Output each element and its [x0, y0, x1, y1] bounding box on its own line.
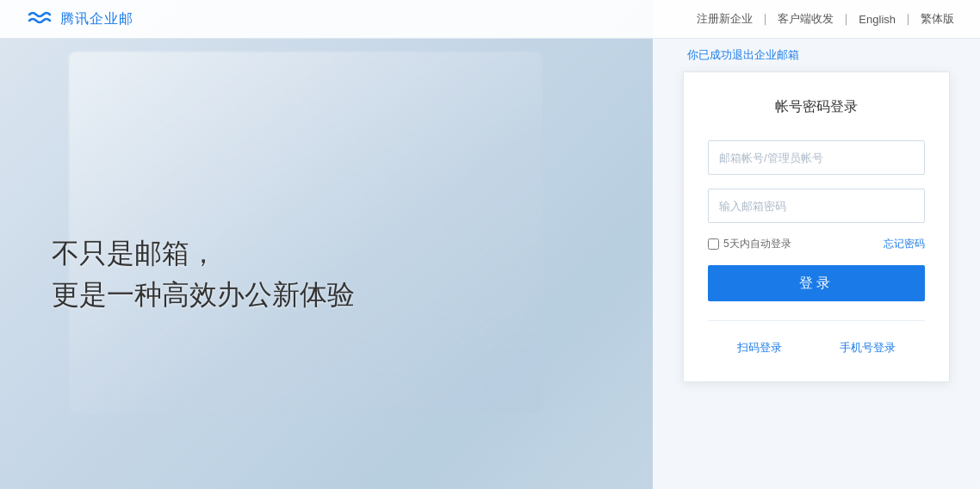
hero-text: 不只是邮箱， 更是一种高效办公新体验 [52, 232, 355, 315]
options-row: 5天内自动登录 忘记密码 [708, 237, 925, 251]
qr-login-link[interactable]: 扫码登录 [737, 340, 782, 356]
logo: 腾讯企业邮 [26, 9, 133, 28]
password-group [708, 189, 925, 223]
success-message: 你已成功退出企业邮箱 [687, 47, 799, 63]
divider [708, 320, 925, 321]
nav-client[interactable]: 客户端收发 [778, 11, 834, 27]
username-group [708, 140, 925, 175]
logo-text: 腾讯企业邮 [60, 10, 133, 28]
nav-sep2: ｜ [840, 11, 852, 27]
forgot-password-link[interactable]: 忘记密码 [884, 237, 925, 251]
password-input[interactable] [708, 189, 925, 223]
phone-login-link[interactable]: 手机号登录 [840, 340, 896, 356]
header: 腾讯企业邮 注册新企业 ｜ 客户端收发 ｜ English ｜ 繁体版 [0, 0, 980, 39]
nav-traditional[interactable]: 繁体版 [921, 11, 954, 27]
alt-login-row: 扫码登录 手机号登录 [708, 340, 925, 356]
nav-sep1: ｜ [760, 11, 771, 27]
login-button[interactable]: 登录 [708, 265, 925, 301]
hero-line2: 更是一种高效办公新体验 [52, 279, 355, 310]
auto-login-label[interactable]: 5天内自动登录 [708, 237, 791, 251]
nav-sep3: ｜ [902, 11, 914, 27]
username-input[interactable] [708, 140, 925, 175]
right-panel: 你已成功退出企业邮箱 帐号密码登录 5天内自动登录 忘记密码 登录 扫码登录 手… [653, 0, 980, 489]
header-nav: 注册新企业 ｜ 客户端收发 ｜ English ｜ 繁体版 [697, 11, 954, 27]
hero-title: 不只是邮箱， 更是一种高效办公新体验 [52, 232, 355, 315]
hero-line1: 不只是邮箱， [52, 238, 217, 269]
auto-login-checkbox[interactable] [708, 238, 719, 250]
nav-english[interactable]: English [859, 13, 896, 26]
auto-login-text: 5天内自动登录 [723, 237, 791, 251]
logo-icon [26, 9, 53, 28]
nav-register[interactable]: 注册新企业 [697, 11, 753, 27]
login-title: 帐号密码登录 [708, 98, 925, 116]
login-card: 帐号密码登录 5天内自动登录 忘记密码 登录 扫码登录 手机号登录 [683, 71, 950, 382]
